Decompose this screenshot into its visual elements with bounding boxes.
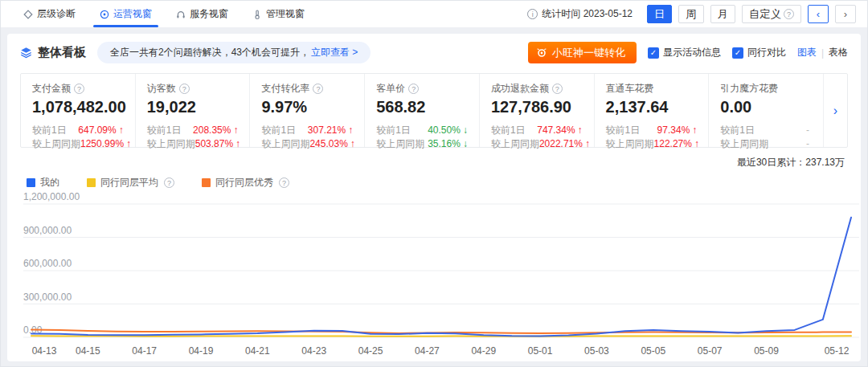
prev-date-button[interactable]: ‹ bbox=[808, 5, 829, 23]
metric-value: 2,137.64 bbox=[606, 98, 698, 116]
metric-value: 0.00 bbox=[720, 98, 812, 116]
trend-arrow-icon bbox=[348, 124, 353, 137]
view-switch: 图表 | 表格 bbox=[797, 46, 848, 59]
trend-chart: 1,200,000.00900,000.00600,000.00300,000.… bbox=[20, 193, 861, 361]
x-axis-label: 04-23 bbox=[301, 345, 326, 357]
period-week-button[interactable]: 周 bbox=[678, 5, 703, 23]
card-refund-amount[interactable]: 成功退款金额 127,786.90 较前1日747.34% 较上周同期2022.… bbox=[480, 74, 595, 147]
period-day-button[interactable]: 日 bbox=[647, 5, 672, 23]
divider: | bbox=[821, 47, 824, 59]
legend-swatch bbox=[87, 178, 96, 187]
metric-title: 支付金额 bbox=[32, 82, 124, 96]
checkbox-checked-icon bbox=[732, 47, 743, 59]
y-axis-label: 300,000.00 bbox=[23, 292, 72, 303]
stat-time: i 统计时间 2023-05-12 bbox=[527, 7, 633, 21]
change-row: 较前1日647.09% bbox=[32, 124, 124, 137]
checkbox-label: 显示活动信息 bbox=[663, 46, 721, 59]
page-title: 整体看板 bbox=[38, 45, 86, 60]
summary-value: 237.13万 bbox=[805, 157, 845, 168]
chart-view-toggle[interactable]: 图表 bbox=[797, 46, 817, 59]
change-row: 较上周同期1250.99% bbox=[32, 137, 124, 151]
next-date-button[interactable]: › bbox=[835, 5, 856, 23]
tab-management-view[interactable]: 管理视窗 bbox=[252, 1, 305, 27]
date-controls: i 统计时间 2023-05-12 日 周 月 自定义 ‹ › bbox=[527, 1, 856, 27]
view-now-link[interactable]: 立即查看 > bbox=[311, 46, 358, 59]
legend-mine[interactable]: 我的 bbox=[27, 176, 59, 190]
view-tabs: 层级诊断 运营视窗 服务视窗 管理视窗 bbox=[23, 1, 305, 27]
card-ztc-spend[interactable]: 直通车花费 2,137.64 较前1日97.34% 较上周同期122.27% bbox=[595, 74, 710, 147]
x-axis-label: 04-19 bbox=[189, 345, 214, 357]
card-visitors[interactable]: 访客数 19,022 较前1日208.35% 较上周同期503.87% bbox=[136, 74, 251, 147]
x-axis-label: 05-01 bbox=[528, 345, 553, 357]
trend-arrow-icon bbox=[233, 124, 238, 137]
metric-value: 19,022 bbox=[147, 98, 239, 116]
checkbox-checked-icon bbox=[648, 47, 659, 59]
board-title: 整体看板 bbox=[20, 45, 86, 60]
help-icon[interactable] bbox=[408, 84, 419, 94]
show-activity-checkbox[interactable]: 显示活动信息 bbox=[648, 46, 721, 59]
table-view-toggle[interactable]: 表格 bbox=[829, 46, 848, 59]
x-axis-label: 05-12 bbox=[825, 345, 850, 357]
series-line-peer-average bbox=[31, 336, 851, 336]
change-row: 较前1日208.35% bbox=[147, 124, 239, 137]
tab-label: 服务视窗 bbox=[190, 7, 228, 21]
thermometer-icon bbox=[252, 10, 262, 19]
tab-label: 管理视窗 bbox=[266, 7, 305, 21]
metric-value: 568.82 bbox=[376, 98, 468, 116]
card-conversion-rate[interactable]: 支付转化率 9.97% 较前1日307.21% 较上周同期245.03% bbox=[250, 74, 365, 147]
y-axis-label: 1,200,000.00 bbox=[23, 193, 80, 202]
card-avg-order-value[interactable]: 客单价 568.82 较前1日40.50% 较上周同期35.16% bbox=[365, 74, 480, 147]
wangshen-icon bbox=[536, 47, 547, 59]
x-axis-label: 04-29 bbox=[471, 345, 496, 357]
period-month-button[interactable]: 月 bbox=[710, 5, 735, 23]
legend-peer-excellent[interactable]: 同行同层优秀 bbox=[202, 176, 289, 190]
card-ylmf-spend[interactable]: 引力魔方花费 0.00 较前1日- 较上周同期- bbox=[709, 74, 823, 147]
help-icon bbox=[164, 177, 174, 188]
metric-value: 1,078,482.00 bbox=[32, 98, 124, 116]
x-axis-label: 04-25 bbox=[358, 345, 383, 357]
help-icon[interactable] bbox=[74, 84, 84, 94]
chart-legend: 我的 同行同层平均 同行同层优秀 bbox=[7, 169, 861, 191]
tab-service-view[interactable]: 服务视窗 bbox=[176, 1, 228, 27]
peer-compare-checkbox[interactable]: 同行对比 bbox=[732, 46, 786, 59]
cards-next-arrow[interactable]: › bbox=[823, 74, 847, 147]
help-icon[interactable] bbox=[313, 84, 323, 94]
metric-title: 访客数 bbox=[147, 82, 239, 96]
help-icon[interactable] bbox=[552, 84, 563, 94]
trend-arrow-icon bbox=[119, 124, 124, 137]
y-axis-label: 900,000.00 bbox=[23, 225, 72, 236]
tab-level-diagnosis[interactable]: 层级诊断 bbox=[23, 1, 76, 27]
series-line-mine bbox=[31, 218, 851, 336]
trend-chart-container[interactable]: 1,200,000.00900,000.00600,000.00300,000.… bbox=[20, 193, 848, 361]
info-icon: i bbox=[527, 9, 538, 19]
headset-icon bbox=[176, 10, 186, 19]
x-axis-label: 04-13 bbox=[32, 345, 57, 357]
header-actions: 小旺神一键转化 显示活动信息 同行对比 图表 | 表格 bbox=[528, 42, 848, 63]
legend-peer-average[interactable]: 同行同层平均 bbox=[87, 176, 174, 190]
trend-arrow-icon bbox=[692, 124, 697, 137]
help-icon[interactable] bbox=[179, 84, 190, 94]
notice-banner: 全店一共有2个问题待解决，43个机会可提升， 立即查看 > bbox=[97, 42, 371, 63]
change-row: 较上周同期245.03% bbox=[261, 137, 353, 151]
change-row: 较前1日40.50% bbox=[376, 124, 468, 137]
panel-header: 整体看板 全店一共有2个问题待解决，43个机会可提升， 立即查看 > 小旺神一键… bbox=[7, 34, 861, 68]
dashboard-screen: 层级诊断 运营视窗 服务视窗 管理视窗 bbox=[0, 0, 868, 367]
change-row: 较上周同期122.27% bbox=[606, 137, 698, 151]
change-row: 较上周同期503.87% bbox=[147, 137, 239, 151]
tab-operation-view[interactable]: 运营视窗 bbox=[100, 1, 152, 27]
metric-title: 直通车花费 bbox=[606, 82, 698, 96]
stat-time-label: 统计时间 2023-05-12 bbox=[542, 7, 633, 21]
metric-value: 127,786.90 bbox=[491, 98, 583, 116]
x-axis-label: 05-05 bbox=[641, 345, 665, 357]
help-icon bbox=[784, 9, 794, 19]
metric-value: 9.97% bbox=[261, 98, 353, 116]
summary-label: 最近30日累计： bbox=[737, 157, 805, 168]
metric-title: 客单价 bbox=[376, 82, 468, 96]
change-row: 较上周同期2022.71% bbox=[491, 137, 583, 151]
tab-label: 运营视窗 bbox=[113, 7, 152, 21]
wangshen-convert-button[interactable]: 小旺神一键转化 bbox=[528, 42, 637, 63]
change-row: 较前1日- bbox=[720, 124, 812, 137]
change-row: 较上周同期35.16% bbox=[376, 137, 468, 151]
period-custom-button[interactable]: 自定义 bbox=[742, 5, 801, 23]
card-payment-amount[interactable]: 支付金额 1,078,482.00 较前1日647.09% 较上周同期1250.… bbox=[21, 74, 136, 147]
